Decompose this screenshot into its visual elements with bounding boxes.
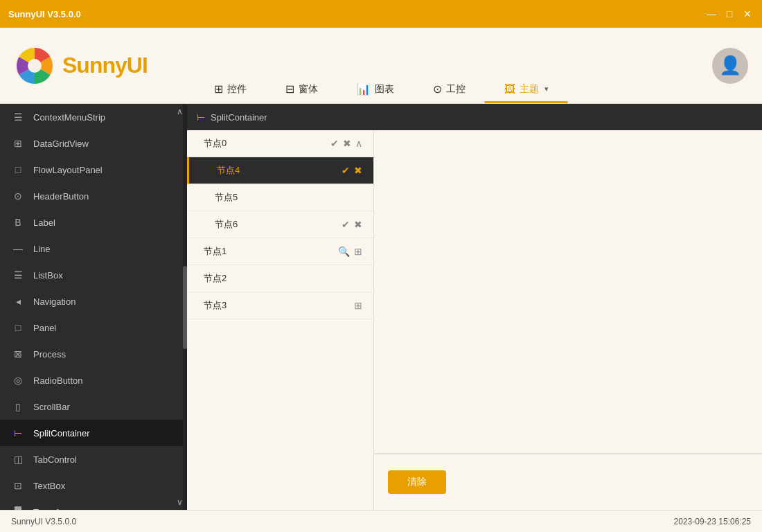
content-area: ⊢ SplitContainer 节点0✔✖∧节点4✔✖节点5节点6✔✖节点1🔍… [187, 104, 762, 510]
sidebar-item-textbox[interactable]: ⊡TextBox [0, 472, 187, 499]
tree-node-node0[interactable]: 节点0✔✖∧ [187, 130, 373, 157]
sidebar-item-contextmenustrip[interactable]: ☰ContextMenuStrip [0, 104, 187, 130]
maximize-button[interactable]: □ [723, 8, 736, 20]
node6-label: 节点6 [215, 218, 342, 231]
main-area: ∧ ☰ContextMenuStrip⊞DataGridView□FlowLay… [0, 104, 762, 510]
theme-dropdown-arrow: ▾ [544, 85, 549, 94]
node1-label: 节点1 [204, 245, 338, 258]
logo-sunny: Sunny [62, 53, 127, 78]
listbox-label: ListBox [33, 270, 63, 281]
navigation-label: Navigation [33, 296, 76, 307]
node1-action-search[interactable]: 🔍 [338, 246, 350, 257]
sidebar-item-splitcontainer[interactable]: ⊢SplitContainer [0, 420, 187, 446]
logo-icon [14, 45, 55, 87]
nav-controls[interactable]: ⊞ 控件 [195, 77, 266, 103]
chart-icon: 📊 [357, 82, 371, 96]
tree-node-node2[interactable]: 节点2 [187, 265, 373, 292]
split-container-header: ⊢ SplitContainer [187, 104, 762, 130]
tree-node-node1[interactable]: 节点1🔍⊞ [187, 238, 373, 265]
node0-label: 节点0 [204, 137, 330, 150]
flowlayoutpanel-icon: □ [11, 164, 25, 175]
tree-node-node4[interactable]: 节点4✔✖ [187, 157, 373, 184]
tabcontrol-label: TabControl [33, 454, 77, 465]
node5-label: 节点5 [215, 191, 362, 204]
sidebar-item-line[interactable]: —Line [0, 236, 187, 262]
logo-ui: UI [127, 53, 148, 78]
sidebar-item-panel[interactable]: □Panel [0, 314, 187, 341]
titlebar-controls: — □ ✕ [705, 8, 754, 20]
tree-area: 节点0✔✖∧节点4✔✖节点5节点6✔✖节点1🔍⊞节点2节点3⊞ [187, 130, 374, 510]
transfer-label: Transfer [33, 507, 67, 511]
sidebar-list: ☰ContextMenuStrip⊞DataGridView□FlowLayou… [0, 104, 187, 510]
scrollbar-icon: ▯ [11, 401, 25, 412]
listbox-icon: ☰ [11, 269, 25, 281]
node6-action-check[interactable]: ✔ [342, 219, 350, 230]
node4-action-check[interactable]: ✔ [342, 165, 350, 176]
node4-action-close[interactable]: ✖ [354, 165, 362, 176]
nav-theme[interactable]: 🖼 主题 ▾ [485, 77, 568, 103]
theme-icon: 🖼 [504, 83, 515, 96]
datagridview-icon: ⊞ [11, 138, 25, 149]
sidebar-item-listbox[interactable]: ☰ListBox [0, 262, 187, 288]
logo-text: SunnyUI [62, 53, 148, 78]
splitcontainer-label: SplitContainer [33, 428, 90, 438]
node0-action-up[interactable]: ∧ [355, 138, 362, 149]
sidebar-item-navigation[interactable]: ◂Navigation [0, 288, 187, 314]
scrollbar-label: ScrollBar [33, 402, 70, 412]
sidebar-item-headerbutton[interactable]: ⊙HeaderButton [0, 183, 187, 209]
profile-avatar[interactable]: 👤 [712, 48, 748, 84]
minimize-button[interactable]: — [705, 8, 718, 20]
textbox-label: TextBox [33, 481, 65, 491]
sidebar-item-process[interactable]: ⊠Process [0, 341, 187, 367]
headerbutton-label: HeaderButton [33, 191, 89, 202]
node4-actions: ✔✖ [342, 165, 362, 176]
node0-action-check[interactable]: ✔ [330, 138, 339, 149]
node4-label: 节点4 [217, 164, 342, 177]
tree-node-node5[interactable]: 节点5 [187, 184, 373, 211]
sidebar-scroll-up[interactable]: ∧ [177, 107, 183, 116]
label-label: Label [33, 218, 55, 228]
clear-button[interactable]: 清除 [388, 470, 446, 494]
logo-area: SunnyUI [14, 45, 148, 87]
navigation-icon: ◂ [11, 296, 25, 307]
sidebar-item-tabcontrol[interactable]: ◫TabControl [0, 446, 187, 472]
header: SunnyUI ⊞ 控件 ⊟ 窗体 📊 图表 ⊙ 工控 🖼 主题 ▾ 👤 [0, 28, 762, 104]
process-icon: ⊠ [11, 348, 25, 360]
node0-action-close[interactable]: ✖ [343, 138, 351, 149]
flowlayoutpanel-label: FlowLayoutPanel [33, 165, 103, 175]
sidebar-scrollbar[interactable] [183, 104, 187, 510]
node6-actions: ✔✖ [342, 219, 362, 230]
nav-window[interactable]: ⊟ 窗体 [266, 77, 337, 103]
split-header-label: SplitContainer [211, 112, 267, 123]
display-bottom: 清除 [374, 454, 762, 510]
node3-action-grid[interactable]: ⊞ [354, 300, 362, 311]
nav-window-label: 窗体 [299, 83, 318, 96]
nav-industrial[interactable]: ⊙ 工控 [414, 77, 485, 103]
sidebar-item-transfer[interactable]: ▐▌Transfer [0, 499, 187, 510]
nav-chart-label: 图表 [375, 83, 394, 96]
node3-actions: ⊞ [354, 300, 362, 311]
sidebar-item-scrollbar[interactable]: ▯ScrollBar [0, 393, 187, 420]
sidebar-item-flowlayoutpanel[interactable]: □FlowLayoutPanel [0, 157, 187, 183]
line-icon: — [11, 243, 25, 254]
display-top [374, 130, 762, 454]
close-button[interactable]: ✕ [741, 8, 754, 20]
sidebar-item-radiobutton[interactable]: ◎RadioButton [0, 367, 187, 393]
node1-action-grid[interactable]: ⊞ [354, 246, 362, 257]
tree-node-node6[interactable]: 节点6✔✖ [187, 211, 373, 238]
display-area: ❮ 清除 [374, 130, 762, 510]
node6-action-close[interactable]: ✖ [354, 219, 362, 230]
sidebar: ∧ ☰ContextMenuStrip⊞DataGridView□FlowLay… [0, 104, 187, 510]
nav-chart[interactable]: 📊 图表 [337, 77, 414, 103]
label-icon: B [11, 217, 25, 228]
contextmenustrip-label: ContextMenuStrip [33, 112, 105, 123]
node2-label: 节点2 [204, 272, 362, 285]
sidebar-item-label[interactable]: BLabel [0, 209, 187, 236]
avatar-icon: 👤 [719, 55, 741, 76]
sidebar-scroll-down[interactable]: ∨ [177, 497, 183, 507]
sidebar-scrollbar-thumb [183, 266, 187, 349]
datagridview-label: DataGridView [33, 139, 89, 149]
sidebar-item-datagridview[interactable]: ⊞DataGridView [0, 130, 187, 157]
tree-node-node3[interactable]: 节点3⊞ [187, 292, 373, 319]
split-content: 节点0✔✖∧节点4✔✖节点5节点6✔✖节点1🔍⊞节点2节点3⊞ ❮ 清除 [187, 130, 762, 510]
